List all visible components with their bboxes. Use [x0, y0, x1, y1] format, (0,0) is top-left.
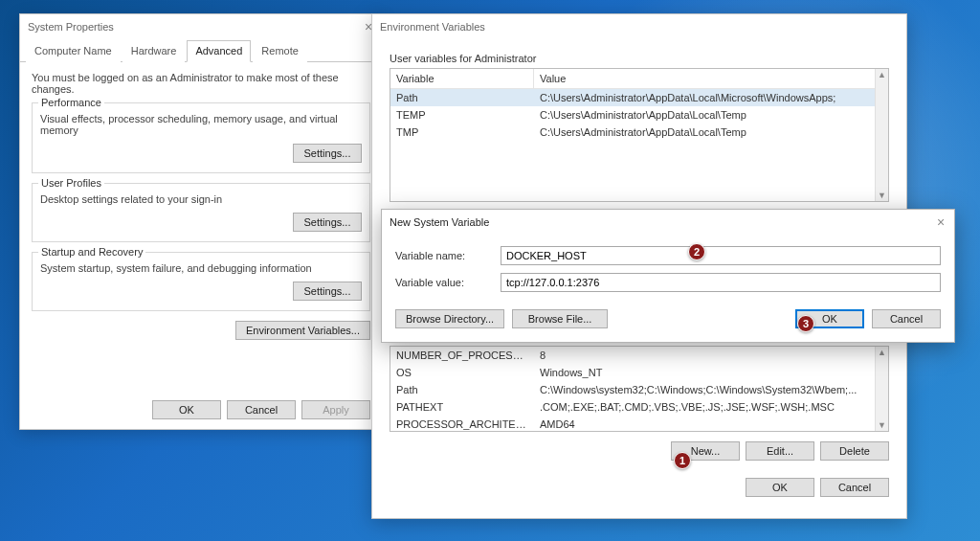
performance-legend: Performance [38, 97, 104, 108]
browse-directory-button[interactable]: Browse Directory... [395, 309, 504, 328]
variable-name-input[interactable] [501, 246, 941, 265]
var-value: .COM;.EXE;.BAT;.CMD;.VBS;.VBE;.JS;.JSE;.… [534, 398, 888, 416]
annotation-badge-1: 1 [674, 452, 691, 469]
var-value: C:\Users\Administrator\AppData\Local\Tem… [534, 106, 888, 124]
dialog-title: New System Variable [390, 216, 489, 228]
startup-recovery-desc: System startup, system failure, and debu… [40, 262, 362, 274]
var-name: Path [390, 381, 534, 398]
admin-note: You must be logged on as an Administrato… [32, 72, 370, 95]
startup-recovery-legend: Startup and Recovery [38, 246, 145, 258]
apply-button[interactable]: Apply [301, 400, 370, 419]
user-profiles-desc: Desktop settings related to your sign-in [40, 193, 362, 205]
ok-button[interactable]: OK [152, 400, 221, 419]
user-profiles-settings-button[interactable]: Settings... [293, 213, 362, 232]
sysprops-footer: OK Cancel Apply [152, 400, 370, 419]
var-value: C:\Windows\system32;C:\Windows;C:\Window… [534, 381, 888, 398]
environment-variables-button[interactable]: Environment Variables... [235, 321, 370, 340]
tab-panel-advanced: You must be logged on as an Administrato… [20, 62, 382, 348]
startup-recovery-settings-button[interactable]: Settings... [293, 282, 362, 301]
titlebar[interactable]: System Properties × [20, 14, 382, 39]
performance-group: Performance Visual effects, processor sc… [32, 102, 370, 173]
variable-name-label: Variable name: [395, 250, 491, 261]
tab-computer-name[interactable]: Computer Name [26, 40, 121, 62]
var-value: AMD64 [534, 416, 888, 432]
system-vars-listview[interactable]: NUMBER_OF_PROCESSORS 8 OS Windows_NT Pat… [390, 346, 889, 432]
table-row[interactable]: Path C:\Users\Administrator\AppData\Loca… [390, 89, 888, 106]
table-row[interactable]: PROCESSOR_ARCHITECTURE AMD64 [390, 416, 888, 432]
cancel-button[interactable]: Cancel [227, 400, 296, 419]
system-delete-button[interactable]: Delete [820, 441, 889, 461]
performance-desc: Visual effects, processor scheduling, me… [40, 113, 362, 136]
system-properties-window: System Properties × Computer Name Hardwa… [19, 13, 383, 430]
envvars-ok-button[interactable]: OK [746, 478, 814, 497]
performance-settings-button[interactable]: Settings... [293, 144, 362, 163]
user-vars-label: User variables for Administrator [390, 53, 889, 64]
annotation-badge-2: 2 [688, 243, 705, 260]
table-row[interactable]: PATHEXT .COM;.EXE;.BAT;.CMD;.VBS;.VBE;.J… [390, 398, 888, 416]
tab-strip: Computer Name Hardware Advanced Remote [20, 39, 382, 62]
tab-advanced[interactable]: Advanced [187, 40, 251, 62]
newvar-cancel-button[interactable]: Cancel [872, 309, 941, 328]
scrollbar[interactable] [875, 69, 888, 201]
var-value: C:\Users\Administrator\AppData\Local\Tem… [534, 124, 888, 141]
var-name: NUMBER_OF_PROCESSORS [390, 347, 534, 364]
annotation-badge-3: 3 [797, 315, 814, 332]
user-vars-listview[interactable]: Variable Value Path C:\Users\Administrat… [390, 68, 889, 202]
var-name: TMP [390, 124, 534, 141]
startup-recovery-group: Startup and Recovery System startup, sys… [32, 252, 370, 311]
window-title: System Properties [28, 21, 114, 33]
var-value: C:\Users\Administrator\AppData\Local\Mic… [534, 89, 888, 106]
titlebar[interactable]: Environment Variables [372, 14, 906, 39]
column-variable[interactable]: Variable [390, 69, 534, 88]
tab-remote[interactable]: Remote [253, 40, 307, 62]
user-profiles-legend: User Profiles [38, 177, 104, 189]
system-edit-button[interactable]: Edit... [746, 441, 814, 461]
table-row[interactable]: TMP C:\Users\Administrator\AppData\Local… [390, 124, 888, 141]
variable-value-input[interactable] [501, 273, 941, 292]
table-row[interactable]: Path C:\Windows\system32;C:\Windows;C:\W… [390, 381, 888, 398]
window-title: Environment Variables [380, 21, 485, 33]
var-name: PROCESSOR_ARCHITECTURE [390, 416, 534, 432]
var-name: Path [390, 89, 534, 106]
close-icon[interactable]: × [933, 214, 948, 230]
table-row[interactable]: TEMP C:\Users\Administrator\AppData\Loca… [390, 106, 888, 124]
table-row[interactable]: NUMBER_OF_PROCESSORS 8 [390, 347, 888, 364]
tab-hardware[interactable]: Hardware [122, 40, 186, 62]
variable-value-label: Variable value: [395, 277, 491, 288]
var-name: OS [390, 364, 534, 381]
var-value: 8 [534, 347, 888, 364]
var-value: Windows_NT [534, 364, 888, 381]
table-row[interactable]: OS Windows_NT [390, 364, 888, 381]
column-value[interactable]: Value [534, 69, 888, 88]
var-name: PATHEXT [390, 398, 534, 416]
envvars-cancel-button[interactable]: Cancel [820, 478, 889, 497]
user-profiles-group: User Profiles Desktop settings related t… [32, 183, 370, 242]
browse-file-button[interactable]: Browse File... [512, 309, 608, 328]
var-name: TEMP [390, 106, 534, 124]
titlebar[interactable]: New System Variable × [382, 210, 954, 235]
new-system-variable-dialog: New System Variable × Variable name: Var… [381, 209, 955, 343]
scrollbar[interactable] [875, 347, 888, 431]
